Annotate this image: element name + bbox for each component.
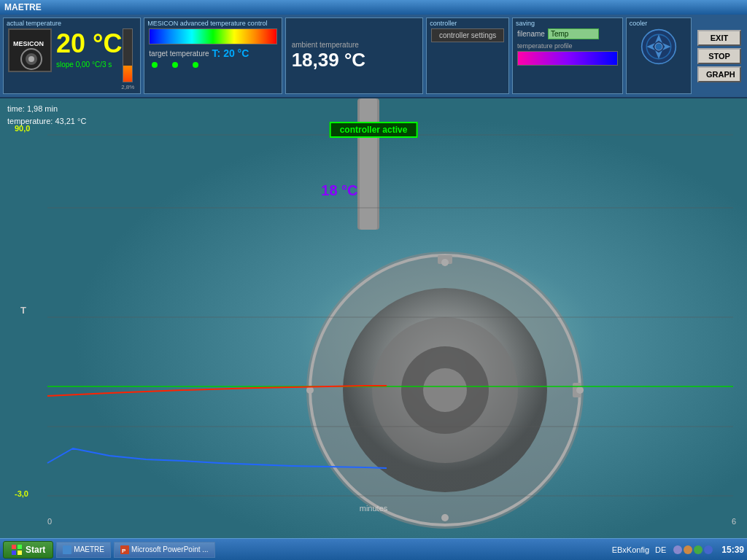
stop-button[interactable]: STOP — [697, 48, 741, 64]
saving-section: saving filename temperature profile — [512, 18, 623, 94]
ambient-section: ambient temperature 18,39 °C — [285, 18, 424, 94]
target-temp-label: target temperature — [149, 50, 209, 58]
dot-2 — [172, 62, 178, 68]
svg-rect-35 — [63, 545, 71, 554]
svg-rect-0 — [9, 30, 52, 72]
svg-rect-33 — [12, 551, 16, 555]
taskbar-right: EBxKonfig DE 15:39 — [612, 544, 744, 556]
buttons-section: EXIT STOP GRAPH — [694, 18, 744, 94]
y-axis-bottom: -3,0 — [15, 489, 28, 498]
ambient-label: ambient temperature — [292, 41, 417, 49]
temp-gradient-bar — [149, 28, 276, 44]
x-axis-label: minutes — [360, 504, 388, 513]
svg-point-7 — [655, 43, 662, 50]
thermometer: 2,8% — [120, 28, 136, 90]
svg-point-40 — [694, 545, 703, 554]
maetre-icon — [63, 545, 71, 554]
filename-input[interactable] — [548, 28, 599, 39]
target-temp-value: T: 20 °C — [212, 47, 249, 59]
title-text: MAETRE — [4, 2, 42, 12]
time-display: time: 1,98 min — [7, 103, 86, 115]
controller-label: controller — [430, 20, 457, 27]
actual-temp-label: actual temperature — [7, 20, 61, 27]
cooler-label: cooler — [630, 20, 648, 27]
taskbar-maetre[interactable]: MAETRE — [56, 542, 111, 558]
system-tray-icons — [672, 544, 716, 556]
svg-point-39 — [684, 545, 692, 554]
taskbar-powerpoint[interactable]: P Microsoft PowerPoint ... — [114, 542, 215, 558]
chart-svg — [0, 98, 747, 538]
svg-text:P: P — [122, 548, 126, 554]
temp-reading-display: 18 °C — [321, 182, 357, 199]
controller-active-badge: controller active — [330, 122, 418, 138]
start-button[interactable]: Start — [3, 541, 53, 559]
temp-profile-label: temperature profile — [517, 42, 618, 50]
taskbar: Start MAETRE P Microsoft PowerPoint ... … — [0, 538, 747, 560]
dot-3 — [193, 62, 198, 68]
svg-point-38 — [673, 545, 682, 554]
control-panel: actual temperature MESICON 20 °C slope 0… — [0, 15, 747, 98]
svg-rect-24 — [36, 120, 737, 525]
controller-settings-button[interactable]: controller settings — [431, 28, 504, 42]
taskbar-powerpoint-label: Microsoft PowerPoint ... — [131, 545, 209, 553]
graph-button[interactable]: GRAPH — [697, 66, 741, 82]
indicator-dots — [149, 62, 276, 68]
mesicon-advanced-section: MESICON advanced temperature control tar… — [144, 18, 282, 94]
ambient-value: 18,39 °C — [292, 49, 417, 71]
actual-temp-value: 20 °C — [56, 28, 122, 59]
controller-section: controller controller settings — [426, 18, 509, 94]
cooler-section: cooler — [626, 18, 692, 94]
taskbar-maetre-label: MAETRE — [74, 545, 104, 553]
exit-button[interactable]: EXIT — [697, 30, 741, 46]
mesicon-logo: MESICON — [9, 30, 52, 72]
actual-temp-section: actual temperature MESICON 20 °C slope 0… — [3, 18, 141, 94]
svg-rect-31 — [12, 545, 16, 549]
svg-point-4 — [28, 56, 34, 62]
title-bar: MAETRE — [0, 0, 747, 15]
slope-text: slope 0,00 °C/3 s — [56, 61, 122, 69]
main-area: time: 1,98 min temperature: 43,21 °C con… — [0, 98, 747, 538]
x-axis-end: 6 — [732, 517, 736, 526]
lang-label: DE — [655, 545, 666, 554]
start-label: Start — [26, 545, 45, 555]
windows-logo-icon — [11, 544, 23, 556]
saving-label: saving — [516, 20, 535, 27]
y-axis-t-label: T — [20, 305, 26, 316]
svg-point-41 — [704, 545, 713, 554]
x-axis-start: 0 — [47, 517, 52, 526]
svg-rect-34 — [18, 551, 22, 555]
svg-rect-32 — [18, 545, 22, 549]
cooler-logo — [640, 28, 677, 65]
powerpoint-icon: P — [120, 545, 129, 554]
ebxconfig-label: EBxKonfig — [612, 545, 649, 554]
therm-percent: 2,8% — [121, 84, 134, 90]
filename-label: filename — [517, 30, 545, 38]
svg-text:MESICON: MESICON — [13, 40, 44, 47]
clock: 15:39 — [721, 545, 744, 555]
temp-profile-bar — [517, 51, 618, 66]
dot-1 — [152, 62, 158, 68]
y-axis-top: 90,0 — [15, 124, 30, 133]
mesicon-advanced-label: MESICON advanced temperature control — [147, 20, 267, 27]
